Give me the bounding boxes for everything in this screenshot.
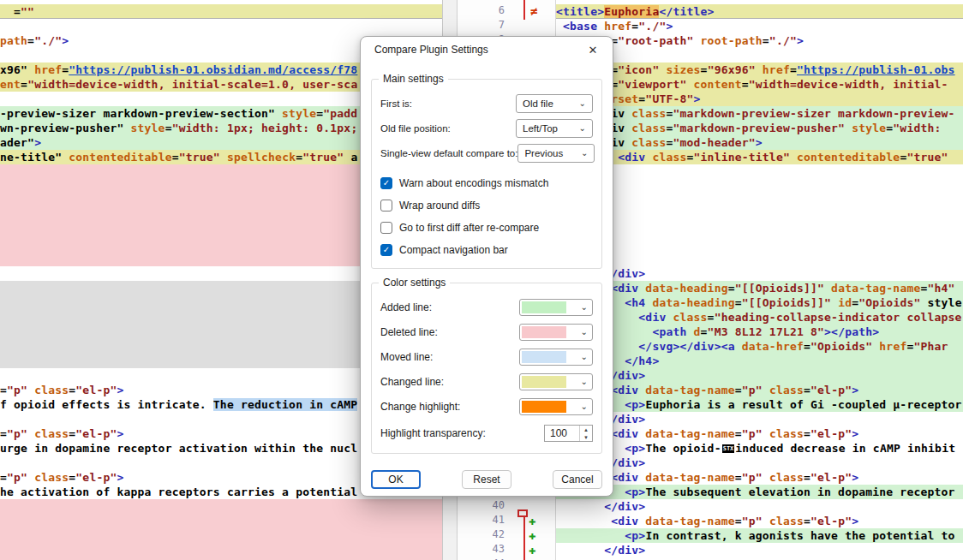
warn-about-encodings-mismatch-label: Warn about encodings mismatch xyxy=(399,177,548,189)
code-line: <p>Euphoria is a result of Gi -coupled µ… xyxy=(556,397,963,412)
code-line xyxy=(556,179,963,194)
code-line: </div> xyxy=(556,266,963,281)
added-line-marker-icon: ✚ xyxy=(529,529,541,542)
line-number: 6 xyxy=(458,4,512,19)
chevron-down-icon: ⌄ xyxy=(581,149,588,158)
code-line: ="root-path" root-path="./"> xyxy=(556,33,963,48)
deleted-line-swatch xyxy=(522,326,566,338)
warn-about-encodings-mismatch-checkbox[interactable]: ✓ xyxy=(380,177,392,189)
code-line: <div data-heading="[[Opioids]]" data-tag… xyxy=(556,281,963,295)
spin-down-button[interactable]: ▼ xyxy=(580,433,592,441)
spinner-buttons: ▲ ▼ xyxy=(579,426,592,441)
code-line: <div class="heading-collapse-indicator c… xyxy=(556,310,963,325)
code-line xyxy=(556,48,963,63)
close-icon[interactable]: ✕ xyxy=(574,38,612,63)
code-line: <div data-tag-name="p" class="el-p"> xyxy=(556,426,963,441)
change-block-line-top xyxy=(523,0,525,20)
compact-navigation-bar-row: ✓Compact navigation bar xyxy=(380,239,593,261)
single-view-default-compare-to-value: Previous xyxy=(524,148,563,158)
code-line: ="viewport" content="width=device-width,… xyxy=(556,77,963,92)
main-settings-legend: Main settings xyxy=(379,73,448,85)
added-line-marker-icon: ✚ xyxy=(529,515,541,527)
chevron-down-icon: ⌄ xyxy=(581,328,588,337)
old-file-position-dropdown[interactable]: Left/Top⌄ xyxy=(516,119,593,138)
change-block-start-marker xyxy=(517,509,528,517)
color-settings-group: Color settings Added line:⌄Deleted line:… xyxy=(371,283,602,454)
change-highlight-label: Change highlight: xyxy=(380,401,460,413)
code-line: div class="markdown-preview-pusher" styl… xyxy=(556,121,963,135)
line-number: 43 xyxy=(458,543,512,557)
code-line xyxy=(556,194,963,208)
code-line xyxy=(0,19,442,33)
code-line: div class="mod-header"> xyxy=(556,135,963,150)
code-line: </div> xyxy=(556,456,963,470)
moved-line-row: Moved line:⌄ xyxy=(380,344,593,369)
single-view-default-compare-to-dropdown[interactable]: Previous⌄ xyxy=(517,144,595,163)
cancel-button[interactable]: Cancel xyxy=(553,470,602,489)
line-number: 7 xyxy=(458,19,512,33)
old-file-position-label: Old file position: xyxy=(380,123,451,134)
chevron-down-icon: ⌄ xyxy=(581,303,588,312)
change-highlight-row: Change highlight:⌄ xyxy=(380,394,593,419)
main-settings-group: Main settings First is:Old file⌄Old file… xyxy=(371,79,602,269)
wrap-around-diffs-checkbox[interactable] xyxy=(380,200,392,211)
code-line: <path d="M3 8L12 17L21 8"></path> xyxy=(556,325,963,339)
added-line-label: Added line: xyxy=(380,301,432,313)
compare-plugin-settings-dialog: Compare Plugin Settings ✕ Main settings … xyxy=(360,36,613,497)
added-line-color-dropdown[interactable]: ⌄ xyxy=(519,299,593,316)
code-line: </div> xyxy=(556,543,963,557)
single-view-default-compare-to-label: Single-view default compare to: xyxy=(380,148,517,158)
compact-navigation-bar-checkbox[interactable]: ✓ xyxy=(380,244,392,256)
single-view-default-compare-to-row: Single-view default compare to:Previous⌄ xyxy=(380,140,593,165)
code-line: <p>In contrast, k agonists have the pote… xyxy=(556,528,963,543)
code-line: <div class="inline-title" contenteditabl… xyxy=(556,150,963,164)
deleted-line-color-dropdown[interactable]: ⌄ xyxy=(519,324,593,341)
moved-line-swatch xyxy=(522,351,566,363)
changed-line-marker-icon: ≠ xyxy=(530,4,544,19)
deleted-line-label: Deleted line: xyxy=(380,326,438,338)
changed-line-swatch xyxy=(522,376,566,388)
old-file-position-row: Old file position:Left/Top⌄ xyxy=(380,116,593,140)
changed-line-color-dropdown[interactable]: ⌄ xyxy=(519,373,593,390)
code-line xyxy=(556,223,963,237)
code-line: <p>The opioid-STXinduced decrease in cAM… xyxy=(556,441,963,456)
code-line xyxy=(0,499,442,514)
code-line: <div data-tag-name="p" class="el-p"> xyxy=(556,470,963,485)
go-to-first-diff-after-re-compare-row: Go to first diff after re-compare xyxy=(380,217,593,239)
change-highlight-color-dropdown[interactable]: ⌄ xyxy=(519,398,593,415)
warn-about-encodings-mismatch-row: ✓Warn about encodings mismatch xyxy=(380,172,593,194)
added-line-row: Added line:⌄ xyxy=(380,295,593,319)
code-line: <h4 data-heading="[[Opioids]]" id="Opioi… xyxy=(556,295,963,310)
compare-diff-screen: =""path="./">x96" href="https://publish-… xyxy=(0,0,963,560)
code-line: <title>Euphoria</title> xyxy=(556,4,963,19)
right-editor-pane[interactable]: <title>Euphoria</title> <base href="./">… xyxy=(555,0,963,560)
moved-line-color-dropdown[interactable]: ⌄ xyxy=(519,349,593,366)
deleted-line-row: Deleted line:⌄ xyxy=(380,319,593,344)
chevron-down-icon: ⌄ xyxy=(579,124,586,133)
code-line: </div> xyxy=(556,499,963,514)
line-number: 41 xyxy=(458,514,512,528)
code-line: rset="UTF-8"> xyxy=(556,92,963,106)
first-is-label: First is: xyxy=(380,98,412,109)
reset-button[interactable]: Reset xyxy=(462,470,511,489)
code-line: <p>The subsequent elevation in dopamine … xyxy=(556,485,963,499)
highlight-transparency-input[interactable]: 100 ▲ ▼ xyxy=(544,425,593,442)
code-line: <base href="./"> xyxy=(556,19,963,33)
ok-button[interactable]: OK xyxy=(371,470,421,489)
go-to-first-diff-after-re-compare-checkbox[interactable] xyxy=(380,222,392,234)
code-line: </div> xyxy=(556,412,963,426)
added-line-swatch xyxy=(522,301,566,313)
chevron-down-icon: ⌄ xyxy=(581,378,588,386)
wrap-around-diffs-label: Wrap around diffs xyxy=(399,200,480,211)
spin-up-button[interactable]: ▲ xyxy=(580,426,592,433)
change-highlight-swatch xyxy=(522,401,566,413)
chevron-down-icon: ⌄ xyxy=(579,99,586,108)
code-line: <div data-tag-name="p" class="el-p"> xyxy=(556,514,963,528)
code-line xyxy=(556,208,963,223)
compact-navigation-bar-label: Compact navigation bar xyxy=(399,244,508,256)
code-line: ="icon" sizes="96x96" href="https://publ… xyxy=(556,63,963,77)
first-is-row: First is:Old file⌄ xyxy=(380,91,593,116)
first-is-dropdown[interactable]: Old file⌄ xyxy=(516,94,593,113)
changed-line-row: Changed line:⌄ xyxy=(380,369,593,394)
code-line: </div> xyxy=(556,368,963,383)
